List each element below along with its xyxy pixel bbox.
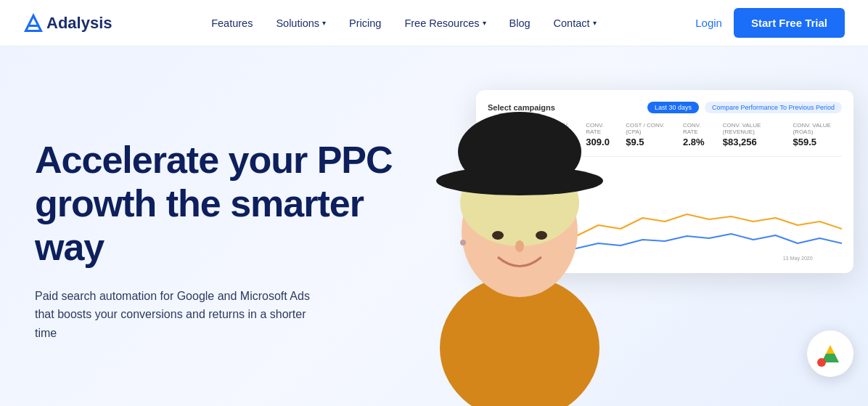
nav-label-solutions: Solutions (276, 17, 319, 29)
nav-item-solutions[interactable]: Solutions ▾ (267, 12, 335, 35)
svg-text:13 May 2020: 13 May 2020 (783, 256, 813, 261)
chevron-down-icon-2: ▾ (483, 19, 486, 27)
metric-cr2: Conv. rate 2.8% (683, 122, 711, 147)
metric-value-cr2: 2.8% (683, 137, 711, 147)
svg-point-13 (460, 240, 466, 245)
svg-point-9 (458, 112, 581, 192)
hero-image-area: Select campaigns Last 30 days Compare Pe… (374, 46, 868, 406)
google-ads-icon (816, 339, 845, 368)
svg-marker-0 (26, 15, 41, 31)
hero-title: Accelerate your PPC growth the smarter w… (35, 139, 394, 269)
logo-icon (23, 13, 44, 33)
svg-point-17 (817, 358, 826, 367)
nav-label-pricing: Pricing (349, 17, 381, 29)
chevron-down-icon-3: ▾ (593, 19, 597, 27)
start-free-trial-button[interactable]: Start Free Trial (734, 8, 845, 38)
metric-label-revenue: Conv. value (Revenue) (723, 122, 782, 135)
chevron-down-icon: ▾ (322, 19, 326, 27)
nav-item-pricing[interactable]: Pricing (340, 12, 390, 35)
login-link[interactable]: Login (695, 17, 722, 29)
nav-item-features[interactable]: Features (202, 12, 261, 35)
metric-value-revenue: $83,256 (723, 137, 782, 147)
svg-point-11 (536, 231, 547, 240)
google-ads-badge (807, 330, 853, 377)
hero-section: Accelerate your PPC growth the smarter w… (0, 46, 868, 406)
svg-point-10 (492, 231, 504, 240)
hero-content: Accelerate your PPC growth the smarter w… (35, 139, 394, 342)
navbar: Adalysis Features Solutions ▾ Pricing Fr… (0, 0, 868, 46)
nav-item-free-resources[interactable]: Free Resources ▾ (396, 12, 494, 35)
metric-revenue: Conv. value (Revenue) $83,256 (723, 122, 782, 147)
metric-value-roas: $59.5 (793, 137, 842, 147)
nav-item-blog[interactable]: Blog (501, 12, 539, 35)
metric-label-cr2: Conv. rate (683, 122, 711, 135)
nav-label-contact: Contact (554, 17, 590, 29)
nav-item-contact[interactable]: Contact ▾ (545, 12, 605, 35)
woman-svg (411, 57, 629, 406)
nav-label-blog: Blog (509, 17, 531, 29)
nav-label-features: Features (211, 17, 253, 29)
dashboard-compare[interactable]: Compare Performance To Previous Period (705, 102, 842, 113)
nav-actions: Login Start Free Trial (695, 8, 845, 38)
metric-roas: Conv. value (ROAS) $59.5 (793, 122, 842, 147)
woman-figure (411, 57, 687, 406)
logo-text: Adalysis (46, 14, 112, 33)
nav-label-free-resources: Free Resources (404, 17, 479, 29)
logo[interactable]: Adalysis (23, 13, 112, 33)
hero-subtitle: Paid search automation for Google and Mi… (35, 287, 311, 343)
svg-point-12 (515, 240, 524, 252)
nav-links: Features Solutions ▾ Pricing Free Resour… (112, 12, 696, 35)
metric-label-roas: Conv. value (ROAS) (793, 122, 842, 135)
